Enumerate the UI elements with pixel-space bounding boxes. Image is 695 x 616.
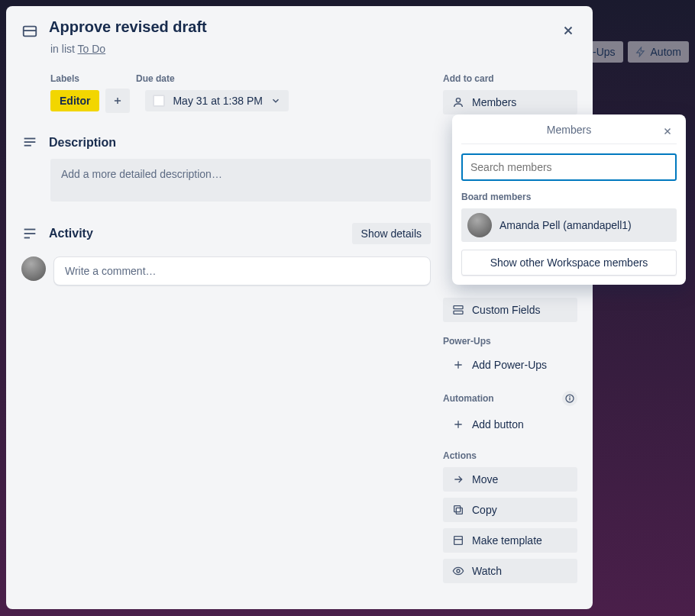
description-header: Description <box>21 134 431 151</box>
board-toolbar: er-Ups Autom <box>576 38 695 66</box>
svg-rect-16 <box>454 537 463 545</box>
custom-fields-button[interactable]: Custom Fields <box>443 298 577 322</box>
svg-rect-9 <box>454 306 463 309</box>
popover-title: Members <box>547 124 591 136</box>
svg-point-13 <box>570 396 571 397</box>
copy-icon <box>452 504 464 516</box>
close-modal-button[interactable] <box>556 18 580 43</box>
labels-due-section: Labels Due date Editor May 31 at 1:38 PM <box>50 73 431 113</box>
members-label: Members <box>472 96 516 108</box>
move-label: Move <box>472 473 498 485</box>
due-complete-checkbox[interactable] <box>153 95 165 107</box>
automation-heading: Automation <box>443 393 494 404</box>
card-modal: Approve revised draft in list To Do Labe… <box>6 6 593 609</box>
svg-rect-10 <box>454 311 463 314</box>
add-label-button[interactable] <box>105 89 130 113</box>
close-icon <box>561 24 575 37</box>
plus-icon <box>452 418 464 431</box>
plus-icon <box>112 95 123 106</box>
show-details-button[interactable]: Show details <box>352 223 431 244</box>
add-powerups-label: Add Power-Ups <box>472 359 547 371</box>
show-other-workspace-button[interactable]: Show other Workspace members <box>461 250 677 276</box>
member-name: Amanda Pell (amandapell1) <box>499 219 632 231</box>
copy-label: Copy <box>472 504 497 516</box>
copy-button[interactable]: Copy <box>443 498 577 522</box>
plus-icon <box>452 359 464 371</box>
members-popover: Members Board members Amanda Pell (amand… <box>452 114 686 285</box>
description-heading: Description <box>49 136 116 150</box>
card-list-info: in list To Do <box>50 43 431 55</box>
member-item[interactable]: Amanda Pell (amandapell1) <box>461 208 677 242</box>
custom-fields-icon <box>452 304 464 316</box>
card-icon <box>21 23 38 40</box>
due-heading: Due date <box>136 73 175 84</box>
labels-heading: Labels <box>50 73 79 84</box>
chevron-down-icon <box>270 95 281 106</box>
user-avatar[interactable] <box>21 256 46 281</box>
list-link[interactable]: To Do <box>78 43 106 55</box>
powerups-heading: Power-Ups <box>443 336 577 347</box>
activity-header: Activity Show details <box>21 223 431 244</box>
template-icon <box>452 534 464 547</box>
activity-icon <box>21 225 38 242</box>
label-chip-editor[interactable]: Editor <box>50 90 99 111</box>
actions-heading: Actions <box>443 450 577 461</box>
card-main-column: Approve revised draft in list To Do Labe… <box>21 18 431 594</box>
eye-icon <box>452 565 464 577</box>
members-search-input[interactable] <box>461 153 677 181</box>
watch-label: Watch <box>472 565 502 577</box>
comment-row: Write a comment… <box>21 256 431 285</box>
watch-button[interactable]: Watch <box>443 559 577 583</box>
board-members-heading: Board members <box>461 192 677 202</box>
popover-close-button[interactable] <box>658 122 677 140</box>
automation-info-button[interactable] <box>562 391 577 406</box>
svg-rect-14 <box>456 508 462 514</box>
person-icon <box>452 96 464 108</box>
add-button-label: Add button <box>472 418 524 431</box>
make-template-label: Make template <box>472 534 542 547</box>
add-button-button[interactable]: Add button <box>443 412 577 437</box>
add-powerups-button[interactable]: Add Power-Ups <box>443 353 577 377</box>
members-button[interactable]: Members <box>443 90 577 114</box>
activity-heading: Activity <box>49 227 93 240</box>
svg-point-8 <box>456 98 460 102</box>
description-input[interactable]: Add a more detailed description… <box>50 159 431 202</box>
custom-fields-label: Custom Fields <box>472 304 540 316</box>
svg-rect-15 <box>454 506 461 512</box>
bg-automation-label: Autom <box>651 46 681 58</box>
member-avatar <box>467 213 492 237</box>
card-sidebar: Add to card Members Custom Fields Power-… <box>443 18 577 594</box>
add-to-card-heading: Add to card <box>443 73 577 84</box>
make-template-button[interactable]: Make template <box>443 528 577 553</box>
svg-point-18 <box>457 569 460 572</box>
arrow-right-icon <box>452 473 464 485</box>
due-date-button[interactable]: May 31 at 1:38 PM <box>145 90 289 111</box>
in-list-prefix: in list <box>50 43 78 55</box>
description-icon <box>21 134 38 151</box>
move-button[interactable]: Move <box>443 467 577 492</box>
card-header: Approve revised draft <box>21 18 431 40</box>
comment-input[interactable]: Write a comment… <box>53 256 431 285</box>
bg-automation-button[interactable]: Autom <box>628 41 689 63</box>
due-date-text: May 31 at 1:38 PM <box>173 95 263 107</box>
close-icon <box>662 126 673 137</box>
info-icon <box>565 394 574 403</box>
card-title[interactable]: Approve revised draft <box>49 18 207 36</box>
bolt-icon <box>635 47 646 57</box>
popover-header: Members <box>461 124 677 144</box>
